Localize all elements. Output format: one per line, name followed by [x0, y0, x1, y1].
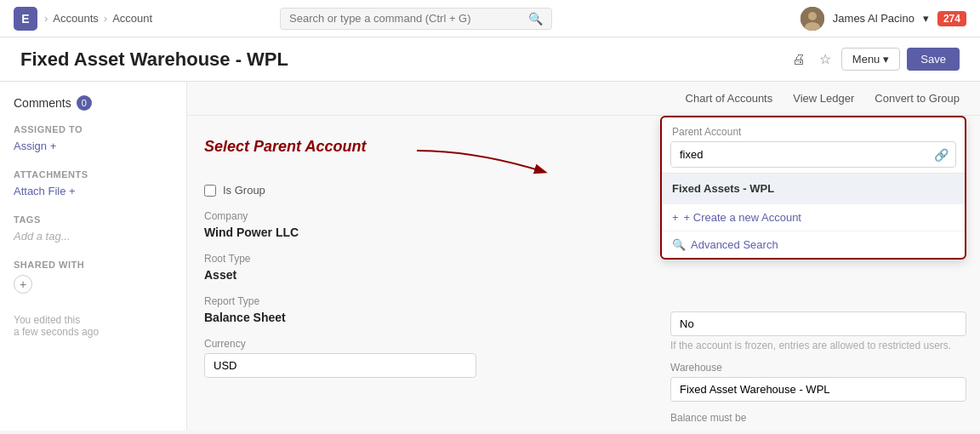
print-button[interactable]: 🖨	[789, 49, 809, 71]
breadcrumb: › Accounts › Account	[44, 12, 152, 25]
root-type-label: Root Type	[204, 253, 640, 265]
currency-row: Currency	[204, 338, 640, 378]
report-type-row: Report Type Balance Sheet	[204, 295, 640, 324]
plus-icon: +	[672, 211, 679, 224]
page-actions: 🖨 ☆ Menu ▾ Save	[789, 48, 960, 71]
comments-label: Comments	[14, 96, 71, 110]
search-small-icon: 🔍	[672, 238, 686, 251]
company-row: Company Wind Power LLC	[204, 210, 640, 239]
view-ledger-button[interactable]: View Ledger	[786, 89, 861, 108]
dropdown-arrow-icon: ▾	[923, 12, 929, 25]
assign-button[interactable]: Assign +	[14, 140, 56, 152]
top-nav: E › Accounts › Account 🔍 James Al Pacino…	[0, 0, 980, 37]
tags-label: TAGS	[14, 214, 173, 225]
parent-account-input-row: 🔗	[670, 141, 956, 168]
assigned-to-section: ASSIGNED TO Assign +	[14, 124, 173, 152]
add-tag-placeholder[interactable]: Add a tag...	[14, 230, 71, 243]
breadcrumb-sep1: ›	[44, 12, 48, 25]
left-form: Select Parent Account Is Group	[187, 116, 657, 427]
right-panel-space: Parent Account 🔗 Fixed Assets - WPL + + …	[657, 116, 980, 427]
report-type-value: Balance Sheet	[204, 311, 640, 324]
convert-to-group-button[interactable]: Convert to Group	[868, 89, 966, 108]
edited-by: You edited this	[14, 314, 173, 326]
breadcrumb-accounts[interactable]: Accounts	[53, 12, 98, 25]
chart-of-accounts-button[interactable]: Chart of Accounts	[679, 89, 780, 108]
is-group-row: Is Group	[204, 184, 640, 197]
advanced-search-button[interactable]: 🔍 Advanced Search	[662, 231, 965, 258]
is-group-checkbox[interactable]	[204, 185, 216, 197]
dropdown-item-fixed-assets[interactable]: Fixed Assets - WPL	[662, 173, 965, 203]
menu-label: Menu	[852, 53, 880, 66]
menu-button[interactable]: Menu ▾	[841, 48, 901, 71]
page-title: Fixed Asset Warehouse - WPL	[20, 49, 288, 71]
currency-input[interactable]	[204, 353, 476, 378]
company-label: Company	[204, 210, 640, 222]
save-button[interactable]: Save	[907, 48, 960, 71]
breadcrumb-sep2: ›	[104, 12, 107, 25]
balance-must-be-label: Balance must be	[670, 412, 966, 424]
frozen-input[interactable]	[670, 311, 966, 336]
comments-section: Comments 0	[14, 95, 173, 111]
parent-account-panel: Parent Account 🔗 Fixed Assets - WPL + + …	[660, 116, 966, 260]
search-bar[interactable]: 🔍	[280, 8, 552, 30]
edit-info: You edited this a few seconds ago	[14, 314, 173, 338]
root-type-value: Asset	[204, 268, 640, 282]
search-icon: 🔍	[528, 12, 543, 26]
comments-badge: 0	[77, 95, 92, 111]
company-value: Wind Power LLC	[204, 226, 640, 239]
breadcrumb-account[interactable]: Account	[112, 12, 152, 25]
add-shared-button[interactable]: +	[14, 275, 32, 294]
warehouse-area: Warehouse	[657, 351, 980, 402]
assigned-to-label: ASSIGNED TO	[14, 124, 173, 134]
frozen-area: If the account is frozen, entries are al…	[657, 311, 980, 351]
warehouse-input[interactable]	[670, 377, 966, 402]
create-new-account-button[interactable]: + + Create a new Account	[662, 203, 965, 231]
warehouse-label: Warehouse	[670, 362, 966, 374]
sidebar: Comments 0 ASSIGNED TO Assign + ATTACHME…	[0, 82, 187, 431]
app-icon[interactable]: E	[14, 7, 37, 31]
main-layout: Comments 0 ASSIGNED TO Assign + ATTACHME…	[0, 82, 980, 431]
link-icon: 🔗	[927, 143, 955, 167]
frozen-hint: If the account is frozen, entries are al…	[670, 340, 966, 351]
action-bar: Chart of Accounts View Ledger Convert to…	[187, 82, 980, 116]
shared-with-section: SHARED WITH +	[14, 260, 173, 294]
user-name: James Al Pacino	[833, 12, 914, 25]
annotation-text: Select Parent Account	[204, 138, 366, 156]
attachments-section: ATTACHMENTS Attach File +	[14, 169, 173, 197]
parent-account-header: Parent Account	[662, 117, 965, 141]
star-button[interactable]: ☆	[816, 48, 835, 71]
advanced-search-label: Advanced Search	[691, 238, 778, 251]
is-group-label: Is Group	[223, 184, 265, 197]
content-grid: Select Parent Account Is Group	[187, 116, 980, 427]
content-area: Chart of Accounts View Ledger Convert to…	[187, 82, 980, 431]
avatar	[801, 7, 824, 31]
balance-must-be-area: Balance must be	[657, 402, 980, 424]
attachments-label: ATTACHMENTS	[14, 169, 173, 180]
annotation-area: Select Parent Account	[204, 129, 640, 180]
create-new-account-label: + Create a new Account	[684, 211, 801, 224]
page-header: Fixed Asset Warehouse - WPL 🖨 ☆ Menu ▾ S…	[0, 37, 980, 82]
menu-chevron-icon: ▾	[883, 53, 889, 66]
annotation-arrow	[408, 142, 578, 185]
svg-point-1	[808, 12, 817, 20]
shared-with-label: SHARED WITH	[14, 260, 173, 270]
tags-section: TAGS Add a tag...	[14, 214, 173, 243]
nav-right: James Al Pacino ▾ 274	[801, 7, 966, 31]
edited-time: a few seconds ago	[14, 326, 173, 338]
attach-file-button[interactable]: Attach File +	[14, 185, 76, 197]
parent-account-input[interactable]	[671, 142, 927, 167]
notification-badge[interactable]: 274	[937, 11, 966, 26]
search-input[interactable]	[289, 12, 523, 25]
currency-label: Currency	[204, 338, 640, 350]
report-type-label: Report Type	[204, 295, 640, 307]
root-type-row: Root Type Asset	[204, 253, 640, 282]
